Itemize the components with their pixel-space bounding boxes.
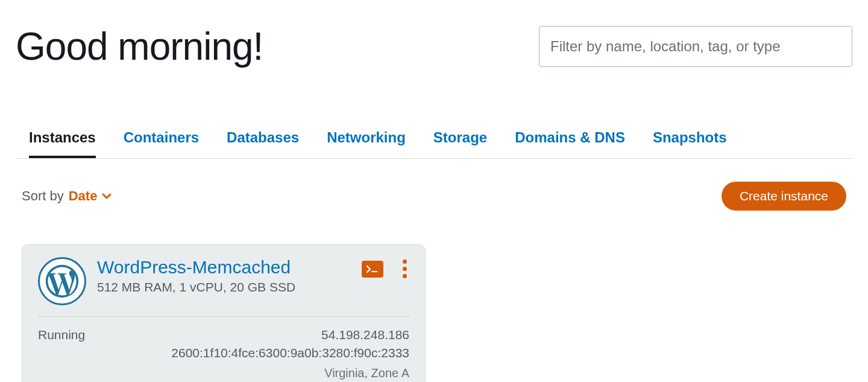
- sort-dropdown[interactable]: Sort by Date: [22, 188, 112, 204]
- tab-databases[interactable]: Databases: [227, 129, 299, 158]
- instance-ipv4: 54.198.248.186: [171, 328, 409, 342]
- filter-input[interactable]: [539, 26, 852, 67]
- tab-snapshots[interactable]: Snapshots: [653, 129, 727, 158]
- tab-containers[interactable]: Containers: [124, 129, 199, 158]
- kebab-dot-icon: [403, 274, 407, 278]
- instance-status: Running: [38, 328, 85, 380]
- instance-menu-button[interactable]: [400, 257, 409, 281]
- tabs-bar: Instances Containers Databases Networkin…: [16, 129, 852, 159]
- terminal-button[interactable]: [362, 261, 383, 278]
- sort-value: Date: [69, 188, 98, 204]
- tab-domains-dns[interactable]: Domains & DNS: [515, 129, 625, 158]
- create-instance-button[interactable]: Create instance: [722, 182, 846, 211]
- terminal-icon: [366, 265, 379, 273]
- instance-card: WordPress-Memcached 512 MB RAM, 1 vCPU, …: [22, 244, 426, 382]
- tab-storage[interactable]: Storage: [433, 129, 487, 158]
- sort-label: Sort by: [22, 188, 64, 204]
- kebab-dot-icon: [403, 259, 407, 264]
- tab-networking[interactable]: Networking: [327, 129, 406, 158]
- instance-name-link[interactable]: WordPress-Memcached: [97, 257, 351, 278]
- chevron-down-icon: [102, 191, 112, 201]
- kebab-dot-icon: [403, 267, 407, 271]
- instance-spec: 512 MB RAM, 1 vCPU, 20 GB SSD: [97, 280, 351, 294]
- page-greeting: Good morning!: [16, 24, 263, 69]
- tab-instances[interactable]: Instances: [29, 129, 96, 158]
- wordpress-icon: [38, 257, 86, 305]
- instance-ipv6: 2600:1f10:4fce:6300:9a0b:3280:f90c:2333: [171, 346, 409, 360]
- instance-region: Virginia, Zone A: [171, 366, 409, 380]
